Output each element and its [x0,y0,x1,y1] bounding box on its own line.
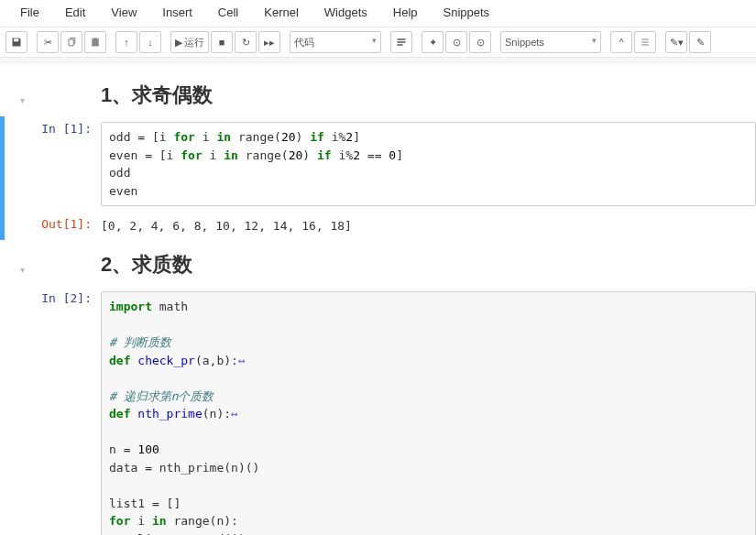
nbext-button-4[interactable]: ^ [610,31,632,53]
output-text-1: [0, 2, 4, 6, 8, 10, 12, 14, 16, 18] [101,217,352,235]
menu-view[interactable]: View [98,2,149,23]
in-prompt-1: In [1]: [33,122,101,206]
celltype-value: 代码 [294,36,314,49]
svg-rect-2 [398,44,403,46]
command-palette-button[interactable] [390,31,412,53]
nbext-button-7[interactable]: ✎ [689,31,711,53]
restart-run-all-button[interactable]: ▸▸ [258,31,280,53]
notebook: ▾ 1、求奇偶数 In [1]: odd = [i for i in range… [0,63,756,535]
markdown-cell-2[interactable]: ▾ 2、求质数 [0,240,756,286]
move-down-button[interactable]: ↓ [139,31,161,53]
nbext-button-6[interactable]: ✎▾ [665,31,687,53]
save-button[interactable] [5,31,27,53]
menubar: File Edit View Insert Cell Kernel Widget… [0,0,756,27]
fold-gutter-icon[interactable]: ▾ [20,256,33,275]
menu-kernel[interactable]: Kernel [251,2,312,23]
fold-gutter-icon[interactable]: ▾ [20,86,33,105]
cell-gutter [20,122,33,206]
svg-rect-1 [398,41,406,43]
run-label: 运行 [184,36,204,49]
menu-snippets[interactable]: Snippets [431,2,503,23]
snippets-value: Snippets [505,37,544,48]
code-cell-1[interactable]: In [1]: odd = [i for i in range(20) if i… [0,116,756,212]
in-prompt-2: In [2]: [33,291,101,535]
code-input-2[interactable]: import math # 判断质数 def check_pr(a,b):↔ #… [101,291,756,535]
interrupt-button[interactable]: ■ [211,31,233,53]
out-prompt-1: Out[1]: [33,217,101,235]
move-up-button[interactable]: ↑ [115,31,137,53]
menu-cell[interactable]: Cell [205,2,251,23]
heading-1: 1、求奇偶数 [33,82,213,109]
snippets-select[interactable]: Snippets [500,31,601,53]
code-cell-2[interactable]: In [2]: import math # 判断质数 def check_pr(… [0,286,756,535]
menu-help[interactable]: Help [380,2,431,23]
svg-rect-0 [398,38,406,40]
menu-widgets[interactable]: Widgets [312,2,380,23]
nbext-button-3[interactable]: ⊙ [469,31,491,53]
menu-insert[interactable]: Insert [149,2,205,23]
cut-button[interactable]: ✂ [37,31,59,53]
nbext-button-1[interactable]: ✦ [422,31,444,53]
nbext-button-2[interactable]: ⊙ [445,31,467,53]
paste-button[interactable] [84,31,106,53]
markdown-cell-1[interactable]: ▾ 1、求奇偶数 [0,71,756,116]
celltype-select[interactable]: 代码 [290,31,381,53]
menu-edit[interactable]: Edit [52,2,98,23]
toolbar: ✂ ↑ ↓ ▶ 运行 ■ ↻ ▸▸ 代码 ✦ ⊙ ⊙ Snippets ^ ✎▾… [0,27,756,58]
code-input-1[interactable]: odd = [i for i in range(20) if i%2] even… [101,122,756,206]
copy-button[interactable] [60,31,82,53]
run-button[interactable]: ▶ 运行 [170,31,209,53]
cell-gutter [20,291,33,535]
restart-button[interactable]: ↻ [235,31,257,53]
nbext-button-5[interactable] [634,31,656,53]
menu-file[interactable]: File [7,2,52,23]
output-cell-1: Out[1]: [0, 2, 4, 6, 8, 10, 12, 14, 16, … [0,212,756,240]
heading-2: 2、求质数 [33,251,192,278]
